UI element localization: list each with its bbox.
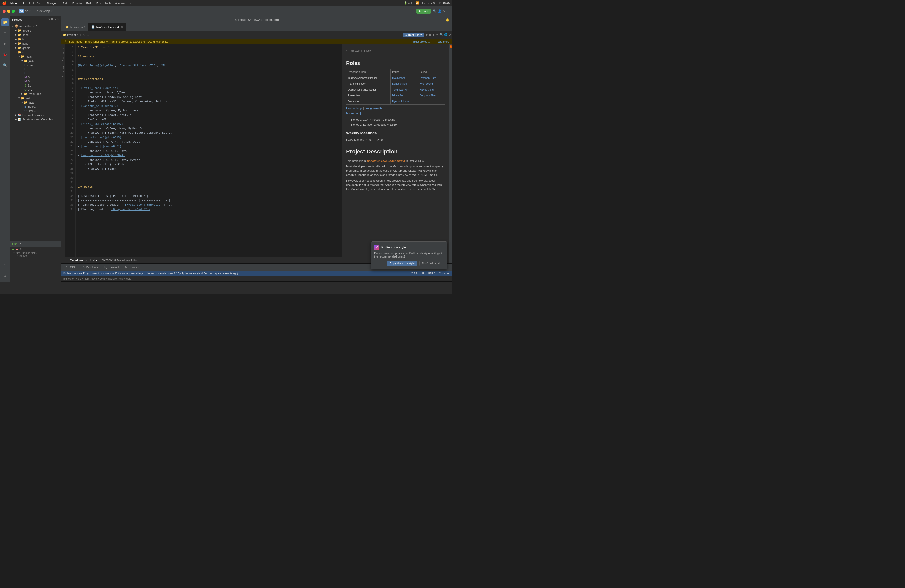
project-toolbar-btn[interactable]: 📁 Project ▾ — [63, 33, 78, 37]
current-file-btn[interactable]: Current File ▾ — [403, 33, 424, 37]
sidebar-item-search[interactable]: 🔍 — [1, 61, 9, 69]
close-button[interactable] — [3, 10, 6, 13]
run-ctrl-stop[interactable]: ◼ — [429, 33, 431, 37]
menu-code[interactable]: Code — [62, 2, 68, 5]
tree-item-test[interactable]: ▾ 📂 test — [10, 96, 61, 100]
menu-tools[interactable]: Tools — [105, 2, 111, 5]
app-name[interactable]: Main — [11, 2, 17, 5]
fullscreen-button[interactable] — [12, 10, 15, 13]
notif-badge-1: 1 — [450, 45, 452, 48]
tree-item-external[interactable]: ▸ 📚 External Libraries — [10, 113, 61, 117]
tree-item-limit[interactable]: U Limit... — [10, 109, 61, 113]
run-tab[interactable]: Run — [12, 242, 17, 246]
apple-icon[interactable]: 🍎 — [2, 1, 6, 5]
tree-item-m2[interactable]: M M... — [10, 79, 61, 83]
run-button[interactable]: ▶ run ▾ — [416, 9, 431, 14]
bottom-tab-todo[interactable]: ☑ TODO — [63, 264, 78, 271]
bottom-tab-terminal[interactable]: >_ Terminal — [103, 264, 121, 271]
tab-close-icon[interactable]: ✕ — [121, 25, 123, 28]
run-ctrl-browser[interactable]: 🌐 — [444, 33, 448, 37]
tree-item-main[interactable]: ▾ 📂 main — [10, 54, 61, 59]
menu-build[interactable]: Build — [86, 2, 92, 5]
minimize-button[interactable] — [7, 10, 10, 13]
status-line-col[interactable]: 28:25 — [410, 272, 417, 275]
run-item-running: ▾ run: Running task... — [13, 252, 59, 254]
tree-item-m1[interactable]: M M... — [10, 75, 61, 79]
tree-item-com[interactable]: B com... — [10, 63, 61, 67]
tree-item-gradle2[interactable]: ▸ 📂 gradle — [10, 46, 61, 50]
tree-item-b1[interactable]: B B... — [10, 67, 61, 71]
apply-code-style-button[interactable]: Apply the code style — [387, 261, 417, 266]
tab-wysiwyg-editor[interactable]: WYSIWYG Markdown Editor — [100, 257, 141, 264]
tree-item-resources[interactable]: ▸ 📂 resources — [10, 92, 61, 96]
status-encoding[interactable]: UTF-8 — [428, 272, 435, 275]
menu-view[interactable]: View — [38, 2, 44, 5]
more-icon[interactable]: ⋯ — [447, 10, 450, 13]
tree-item-s1[interactable]: S S... — [10, 83, 61, 87]
status-indent[interactable]: 2 spaces* — [439, 272, 451, 275]
tab-hw2-problem[interactable]: 📄 hw2-problem2.md ✕ — [88, 24, 126, 31]
code-line-25: - [Yonghwan_Kim](@kyh102824) — [78, 153, 340, 158]
search-icon[interactable]: 🔍 — [433, 10, 437, 13]
project-name[interactable]: sd sd ▾ — [19, 10, 30, 13]
sidebar-item-debug[interactable]: 🐞 — [1, 51, 9, 58]
bottom-tab-problems[interactable]: ⚠ Problems — [81, 264, 100, 271]
profile-icon[interactable]: 👤 — [438, 10, 441, 13]
bottom-tab-services[interactable]: ⚙ Services — [124, 264, 141, 271]
dont-ask-again-button[interactable]: Don't ask again — [419, 261, 444, 266]
menu-file[interactable]: File — [21, 2, 25, 5]
status-lf[interactable]: LF — [421, 272, 424, 275]
bookmarks-label[interactable]: Bookmarks — [61, 45, 65, 63]
sidebar-item-git[interactable]: ⑂ — [1, 29, 9, 37]
tree-item-scratches[interactable]: ▸ 📝 Scratches and Consoles — [10, 117, 61, 121]
tree-item-gradle[interactable]: ▸ 📂 .gradle — [10, 28, 61, 33]
run-ctrl-play[interactable]: ▶ — [426, 33, 428, 37]
tree-item-bin[interactable]: ▸ 📂 bin — [10, 37, 61, 41]
window-action-icon[interactable]: ⋯ — [441, 18, 444, 22]
run-ctrl-plus[interactable]: ⊕ — [449, 33, 451, 37]
trust-project-btn[interactable]: Trust project... — [413, 40, 430, 43]
run-more-icon[interactable]: ⋯ — [24, 248, 26, 251]
test-java-label: java — [29, 101, 34, 104]
tree-item-test-java[interactable]: ▾ 📂 java — [10, 100, 61, 105]
preview-periods: Period 1: 11/4 ~ Iteration 2 Meeting Per… — [346, 118, 445, 127]
settings-icon[interactable]: ⚙ — [443, 10, 446, 13]
tab-split-editor[interactable]: Markdown Split Editor — [67, 257, 100, 264]
tree-item-java[interactable]: ▾ 📂 java — [10, 59, 61, 63]
sidebar-item-problems[interactable]: ⚠ — [1, 261, 9, 269]
run-eye-icon[interactable]: 👁 — [19, 248, 22, 251]
menu-window[interactable]: Window — [115, 2, 125, 5]
run-play-icon[interactable]: ▶ — [12, 248, 14, 251]
menu-edit[interactable]: Edit — [29, 2, 34, 5]
structure-label[interactable]: Structure — [61, 63, 65, 79]
sidebar-item-project[interactable]: 📁 — [1, 18, 9, 26]
run-ctrl-search[interactable]: 🔍 — [440, 33, 443, 37]
menu-run[interactable]: Run — [96, 2, 101, 5]
tree-item-src[interactable]: ▾ 📂 src — [10, 50, 61, 54]
read-more-btn[interactable]: Read more — [436, 40, 449, 43]
table-row-presenters: PresentersMinsu SunDonghun Shin — [346, 93, 445, 99]
sidebar-item-settings[interactable]: ⚙ — [1, 272, 9, 280]
branch-selector[interactable]: ⎇ develop ▾ — [35, 10, 52, 13]
panel-options[interactable]: ⚙ ☰ ≡ ✕ — [48, 18, 59, 21]
tree-item-build[interactable]: ▸ 📂 build — [10, 41, 61, 46]
kotlin-popup: K Kotlin code style Do you want to updat… — [371, 242, 448, 270]
tree-item-u1[interactable]: U U... — [10, 87, 61, 92]
run-tab2[interactable]: ✕ — [19, 242, 22, 246]
markdown-preview: ◦ Framework : Flask Roles Responsibiliti… — [342, 44, 449, 263]
tab-homework2[interactable]: 📁 homework2 — [62, 24, 88, 31]
tree-item-block[interactable]: B Block... — [10, 105, 61, 109]
tab-hw2-label: hw2-problem2.md — [97, 25, 119, 29]
tree-item-b2[interactable]: B B... — [10, 71, 61, 75]
menu-navigate[interactable]: Navigate — [47, 2, 58, 5]
tree-item-idea[interactable]: ▸ 📂 .idea — [10, 33, 61, 37]
run-ctrl-rerun[interactable]: ⟳ — [436, 33, 438, 37]
menu-refactor[interactable]: Refactor — [72, 2, 83, 5]
bin-folder-icon: 📂 — [18, 38, 21, 41]
sidebar-item-run[interactable]: ▶ — [1, 40, 9, 48]
tree-root[interactable]: ▾ 📦 md_editor [sd] — [10, 24, 61, 28]
menu-help[interactable]: Help — [128, 2, 134, 5]
run-ctrl-pause[interactable]: ⏸ — [432, 33, 435, 37]
window-bell-icon[interactable]: 🔔 — [446, 18, 449, 22]
run-stop-icon[interactable]: ◼ — [16, 248, 18, 251]
